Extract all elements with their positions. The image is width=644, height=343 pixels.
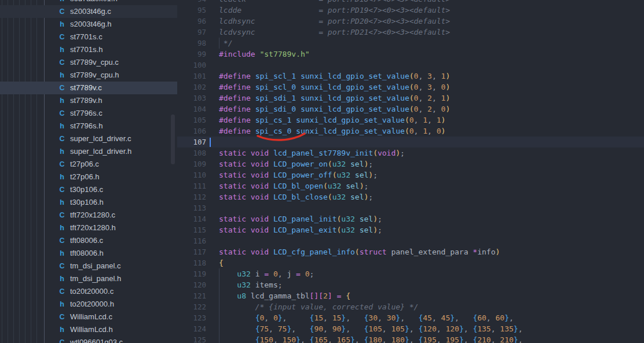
sidebar-item-tft720x1280.h[interactable]: htft720x1280.h bbox=[0, 222, 177, 234]
c-file-icon: C bbox=[57, 311, 67, 323]
line-number[interactable]: 125 bbox=[177, 334, 206, 343]
line-number[interactable]: 97 bbox=[177, 27, 206, 38]
sidebar-item-st7701s.h[interactable]: hst7701s.h bbox=[0, 43, 177, 56]
line-number[interactable]: 100 bbox=[177, 60, 206, 71]
code-line[interactable]: {150, 150}, {165, 165}, {180, 180}, {195… bbox=[219, 334, 522, 343]
sidebar-item-t30p106.c[interactable]: Ct30p106.c bbox=[0, 183, 177, 196]
code-line[interactable]: static void LCD_panel_init(u32 sel); bbox=[219, 213, 382, 224]
sidebar-item-to20t20000.h[interactable]: hto20t20000.h bbox=[0, 298, 177, 311]
code-line[interactable]: static void LCD_cfg_panel_info(struct pa… bbox=[219, 246, 500, 257]
sidebar-item-tft08006.h[interactable]: htft08006.h bbox=[0, 247, 177, 260]
sidebar-item-t27p06.h[interactable]: ht27p06.h bbox=[0, 171, 177, 183]
code-line[interactable]: {75, 75}, {90, 90}, {105, 105}, {120, 12… bbox=[219, 323, 522, 334]
sidebar-item-st7701s.c[interactable]: Cst7701s.c bbox=[0, 31, 177, 43]
sidebar-item-super_lcd_driver.c[interactable]: Csuper_lcd_driver.c bbox=[0, 132, 177, 145]
line-number[interactable]: 94 bbox=[177, 0, 206, 5]
code-line[interactable]: lcdde = port:PD19<7><0><3><default> bbox=[219, 5, 450, 16]
h-file-icon: h bbox=[57, 196, 67, 209]
line-number[interactable]: 116 bbox=[177, 235, 206, 246]
line-number[interactable]: 124 bbox=[177, 323, 206, 334]
code-line[interactable]: lcdhsync = port:PD20<7><0><3><default> bbox=[219, 16, 450, 27]
line-number[interactable]: 118 bbox=[177, 257, 206, 268]
code-line[interactable]: #include "st7789v.h" bbox=[219, 49, 310, 60]
sidebar-item-s2003t46g.c[interactable]: Cs2003t46g.c bbox=[0, 5, 177, 18]
file-name: to20t20000.c bbox=[70, 285, 114, 298]
sidebar-item-tm_dsi_panel.c[interactable]: Ctm_dsi_panel.c bbox=[0, 260, 177, 272]
line-number[interactable]: 123 bbox=[177, 312, 206, 323]
line-number[interactable]: 119 bbox=[177, 268, 206, 279]
code-line[interactable]: #define spi_sdi_0 sunxi_lcd_gpio_set_val… bbox=[219, 104, 450, 115]
line-number[interactable]: 114 bbox=[177, 213, 206, 224]
code-line[interactable]: static void LCD_panel_exit(u32 sel); bbox=[219, 224, 382, 235]
sidebar-item-wtl096601g03.c[interactable]: Cwtl096601g03.c bbox=[0, 336, 177, 343]
code-line[interactable]: static void lcd_panel_st7789v_init(void)… bbox=[219, 147, 405, 158]
line-number[interactable]: 117 bbox=[177, 246, 206, 257]
sidebar-item-super_lcd_driver.h[interactable]: hsuper_lcd_driver.h bbox=[0, 145, 177, 158]
sidebar-item-s6d7aa0x01.h[interactable]: hs6d7aa0x01.h bbox=[0, 0, 177, 5]
line-number[interactable]: 115 bbox=[177, 224, 206, 235]
line-number[interactable]: 108 bbox=[177, 147, 206, 158]
code-line[interactable]: #define spi_scl_1 sunxi_lcd_gpio_set_val… bbox=[219, 71, 450, 82]
code-line[interactable]: u32 items; bbox=[219, 279, 283, 290]
code-line[interactable]: lcdvsync = port:PD21<7><0><3><default> bbox=[219, 27, 450, 38]
code-line[interactable]: static void LCD_power_off(u32 sel); bbox=[219, 169, 378, 180]
file-name: tft08006.c bbox=[70, 234, 103, 247]
line-number[interactable]: 110 bbox=[177, 169, 206, 180]
line-number[interactable]: 96 bbox=[177, 16, 206, 27]
c-file-icon: C bbox=[57, 158, 67, 171]
code-line[interactable]: static void LCD_bl_open(u32 sel); bbox=[219, 180, 368, 191]
sidebar-item-s2003t46g.h[interactable]: hs2003t46g.h bbox=[0, 18, 177, 31]
line-number[interactable]: 111 bbox=[177, 180, 206, 191]
sidebar-item-st7789v.h[interactable]: hst7789v.h bbox=[0, 94, 177, 107]
line-number[interactable]: 105 bbox=[177, 115, 206, 126]
c-file-icon: C bbox=[57, 132, 67, 145]
code-line[interactable]: #define spi_cs_1 sunxi_lcd_gpio_set_valu… bbox=[219, 115, 445, 126]
line-number[interactable]: 107 bbox=[177, 137, 206, 147]
sidebar-item-st7796s.c[interactable]: Cst7796s.c bbox=[0, 107, 177, 120]
line-number[interactable]: 121 bbox=[177, 290, 206, 301]
line-number[interactable]: 113 bbox=[177, 202, 206, 213]
sidebar-item-tft720x1280.c[interactable]: Ctft720x1280.c bbox=[0, 209, 177, 222]
code-line[interactable]: #define spi_cs_0 sunxi_lcd_gpio_set_valu… bbox=[219, 126, 445, 137]
code-line[interactable]: static void LCD_bl_close(u32 sel); bbox=[219, 191, 373, 202]
sidebar-scrollbar-thumb[interactable] bbox=[171, 115, 175, 164]
sidebar-item-st7789v.c[interactable]: Cst7789v.c bbox=[0, 82, 177, 94]
sidebar-item-st7796s.h[interactable]: hst7796s.h bbox=[0, 120, 177, 132]
sidebar-item-tm_dsi_panel.h[interactable]: htm_dsi_panel.h bbox=[0, 272, 177, 285]
sidebar-item-st7789v_cpu.h[interactable]: hst7789v_cpu.h bbox=[0, 69, 177, 82]
sidebar-item-tft08006.c[interactable]: Ctft08006.c bbox=[0, 234, 177, 247]
code-editor-pane[interactable]: 94lcdclk = port:PD18<7><0><3><default>95… bbox=[177, 0, 644, 343]
line-number[interactable]: 101 bbox=[177, 71, 206, 82]
code-line[interactable]: #define spi_sdi_1 sunxi_lcd_gpio_set_val… bbox=[219, 93, 450, 104]
code-line[interactable]: /* {input value, corrected value} */ bbox=[219, 301, 418, 312]
line-number[interactable]: 98 bbox=[177, 38, 206, 49]
sidebar-item-WilliamLcd.c[interactable]: CWilliamLcd.c bbox=[0, 311, 177, 323]
sidebar-item-to20t20000.c[interactable]: Cto20t20000.c bbox=[0, 285, 177, 298]
code-line[interactable]: */ bbox=[219, 38, 232, 49]
line-number[interactable]: 95 bbox=[177, 5, 206, 16]
c-file-icon: C bbox=[57, 56, 67, 69]
file-name: st7789v.c bbox=[70, 82, 102, 94]
line-number[interactable]: 103 bbox=[177, 93, 206, 104]
c-file-icon: C bbox=[57, 183, 67, 196]
sidebar-item-WilliamLcd.h[interactable]: hWilliamLcd.h bbox=[0, 323, 177, 336]
sidebar-item-t27p06.c[interactable]: Ct27p06.c bbox=[0, 158, 177, 171]
code-line[interactable]: u32 i = 0, j = 0; bbox=[219, 268, 314, 279]
code-line[interactable]: {0, 0}, {15, 15}, {30, 30}, {45, 45}, {6… bbox=[219, 312, 514, 323]
line-number[interactable]: 106 bbox=[177, 126, 206, 137]
code-line[interactable]: lcdclk = port:PD18<7><0><3><default> bbox=[219, 0, 450, 5]
sidebar-item-t30p106.h[interactable]: ht30p106.h bbox=[0, 196, 177, 209]
code-line[interactable]: { bbox=[219, 257, 224, 268]
code-line[interactable]: static void LCD_power_on(u32 sel); bbox=[219, 158, 373, 169]
code-line[interactable]: u8 lcd_gamma_tbl[][2] = { bbox=[219, 290, 350, 301]
h-file-icon: h bbox=[57, 0, 67, 5]
sidebar-item-st7789v_cpu.c[interactable]: Cst7789v_cpu.c bbox=[0, 56, 177, 69]
line-number[interactable]: 109 bbox=[177, 158, 206, 169]
line-number[interactable]: 122 bbox=[177, 301, 206, 312]
line-number[interactable]: 120 bbox=[177, 279, 206, 290]
line-number[interactable]: 104 bbox=[177, 104, 206, 115]
line-number[interactable]: 102 bbox=[177, 82, 206, 93]
line-number[interactable]: 99 bbox=[177, 49, 206, 60]
code-line[interactable]: #define spi_scl_0 sunxi_lcd_gpio_set_val… bbox=[219, 82, 450, 93]
line-number[interactable]: 112 bbox=[177, 191, 206, 202]
